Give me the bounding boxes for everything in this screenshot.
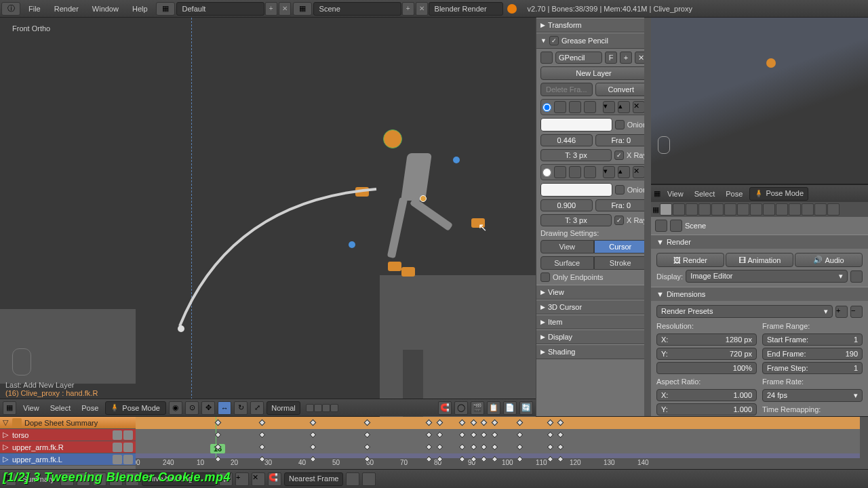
gp-layer-icon[interactable] [584, 101, 596, 113]
gp-browse-icon[interactable] [540, 52, 553, 64]
dopesheet-channel-row[interactable]: ▷torso [0, 429, 136, 441]
dopesheet-scrollbar[interactable] [860, 417, 868, 469]
res-pct-field[interactable]: 100% [656, 362, 757, 374]
gp-enable-check[interactable] [549, 36, 559, 45]
render-button[interactable]: 🖼Render [656, 253, 724, 267]
info-editor-icon[interactable]: ⓘ [1, 2, 20, 16]
gp-opacity-1[interactable]: 0.900 [540, 199, 593, 211]
3d-viewport[interactable]: Front Ortho ↖ Last: Add New Layer (16) C… [0, 18, 536, 416]
snap-toggle[interactable]: 🧲 [268, 472, 281, 486]
display-panel-header[interactable]: ▶Display [536, 329, 651, 344]
render-section-header[interactable]: ▼Render [651, 235, 868, 249]
gp-fake-user-button[interactable]: F [605, 52, 617, 64]
paste-pose-icon[interactable]: 📄 [503, 401, 517, 415]
gp-layer-down-button[interactable]: ▾ [603, 101, 615, 113]
animation-button[interactable]: 🎞Animation [726, 253, 793, 267]
tab-texture[interactable] [802, 203, 814, 216]
render-presets-dropdown[interactable]: Render Presets▾ [656, 305, 833, 318]
gp-layer-color-0[interactable] [540, 118, 612, 131]
menu-help[interactable]: Help [125, 5, 155, 13]
vp2-menu-select[interactable]: Select [690, 190, 719, 198]
layer-button[interactable] [330, 404, 338, 412]
gp-layer-up-button[interactable]: ▴ [618, 101, 630, 113]
manipulator-translate[interactable]: ↔ [218, 401, 231, 415]
frame-step-field[interactable]: Frame Step:1 [762, 362, 863, 374]
editor-type-3dview-icon[interactable]: ▦ [654, 189, 660, 198]
tab-render[interactable] [660, 203, 672, 216]
onion-check-1[interactable] [615, 185, 625, 195]
render-engine-dropdown[interactable]: Blender Render [429, 2, 503, 16]
gp-layer-lock-icon[interactable] [569, 101, 581, 113]
tab-bone[interactable] [763, 203, 775, 216]
lock-icon[interactable] [123, 455, 133, 464]
res-x-field[interactable]: X:1280 px [656, 333, 757, 346]
back-to-previous-icon[interactable]: ▦ [156, 2, 175, 16]
gp-layer-delete-button[interactable]: ✕ [633, 166, 645, 178]
gp-thickness-0[interactable]: T: 3 px [540, 149, 612, 161]
vp-menu-select[interactable]: Select [46, 404, 75, 412]
tab-scene[interactable] [686, 203, 698, 216]
convert-button[interactable]: Convert [595, 83, 648, 96]
n-panel[interactable]: ▶Transform ▼Grease Pencil GPencil F + ✕ … [536, 18, 651, 416]
pivot-icon[interactable]: ⊙ [185, 401, 199, 415]
paste-keys-icon[interactable] [362, 472, 376, 486]
menu-file[interactable]: File [22, 5, 47, 13]
draw-surface-toggle[interactable]: Surface [540, 256, 594, 270]
vp-menu-pose[interactable]: Pose [77, 404, 102, 412]
copy-keys-icon[interactable] [346, 472, 359, 486]
draw-cursor-toggle[interactable]: Cursor [594, 240, 648, 253]
tab-material[interactable] [789, 203, 801, 216]
manipulator-handle[interactable] [349, 241, 355, 248]
transform-panel-header[interactable]: ▶Transform [536, 18, 651, 33]
render-preview-icon[interactable]: 🎬 [471, 401, 484, 415]
tab-particles[interactable] [814, 203, 827, 216]
gp-layer-hide-icon[interactable] [554, 101, 566, 113]
layer-button[interactable] [314, 404, 322, 412]
action-add-button[interactable]: + [235, 472, 249, 486]
preset-add-button[interactable]: + [835, 306, 848, 318]
shading-mode-icon[interactable]: ◉ [169, 401, 182, 415]
layer-button[interactable] [306, 404, 314, 412]
xray-check-1[interactable] [614, 216, 624, 225]
lock-icon[interactable] [123, 430, 133, 440]
editor-type-3dview-icon[interactable]: ▦ [3, 401, 16, 415]
xray-check-0[interactable] [614, 150, 624, 160]
audio-button[interactable]: 🔊Audio [795, 253, 863, 267]
manipulator-scale[interactable]: ⤢ [250, 401, 264, 415]
lock-icon[interactable] [123, 443, 133, 452]
shading-panel-header[interactable]: ▶Shading [536, 344, 651, 359]
orientation-dropdown[interactable]: Normal [267, 401, 300, 415]
layout-dropdown[interactable]: Default [176, 2, 264, 16]
proportional-edit-icon[interactable]: ◯ [454, 401, 468, 415]
mute-icon[interactable] [113, 455, 122, 464]
paste-flipped-icon[interactable]: 🔄 [519, 401, 533, 415]
preset-remove-button[interactable]: − [850, 306, 863, 318]
3d-cursor-panel-header[interactable]: ▶3D Cursor [536, 300, 651, 314]
vp2-menu-pose[interactable]: Pose [722, 190, 747, 198]
aspect-y-field[interactable]: Y:1.000 [656, 403, 757, 415]
layout-remove-button[interactable]: ✕ [279, 2, 291, 16]
vp2-mode-dropdown[interactable]: 🧍 Pose Mode [749, 187, 808, 201]
mode-dropdown[interactable]: 🧍Pose Mode [105, 401, 166, 415]
display-dropdown[interactable]: Image Editor▾ [686, 270, 848, 283]
onion-check-0[interactable] [615, 120, 625, 129]
dopesheet-editor[interactable]: ▽Dope Sheet Summary ▷torso ▷upper_arm.fk… [0, 416, 868, 469]
gp-layer-select-0[interactable] [542, 103, 551, 112]
gp-add-button[interactable]: + [620, 52, 632, 64]
delete-frame-button[interactable]: Delete Fra... [540, 83, 593, 96]
end-frame-field[interactable]: End Frame:190 [762, 348, 863, 360]
dopesheet-summary-row[interactable]: ▽Dope Sheet Summary [0, 417, 136, 429]
pin-icon[interactable] [655, 220, 667, 232]
grease-pencil-panel-header[interactable]: ▼Grease Pencil [536, 33, 651, 49]
menu-render[interactable]: Render [47, 5, 85, 13]
layer-button[interactable] [322, 404, 330, 412]
draw-stroke-toggle[interactable]: Stroke [594, 256, 648, 270]
secondary-3d-viewport[interactable] [651, 18, 868, 184]
scene-remove-button[interactable]: ✕ [416, 2, 428, 16]
vp2-menu-view[interactable]: View [663, 190, 688, 198]
gp-opacity-0[interactable]: 0.446 [540, 134, 593, 146]
gp-datablock-field[interactable]: GPencil [555, 52, 602, 64]
npanel-scrollbar[interactable] [644, 18, 651, 416]
tab-bone-constraints[interactable] [776, 203, 788, 216]
gp-frames-0[interactable]: Fra: 0 [595, 134, 648, 146]
